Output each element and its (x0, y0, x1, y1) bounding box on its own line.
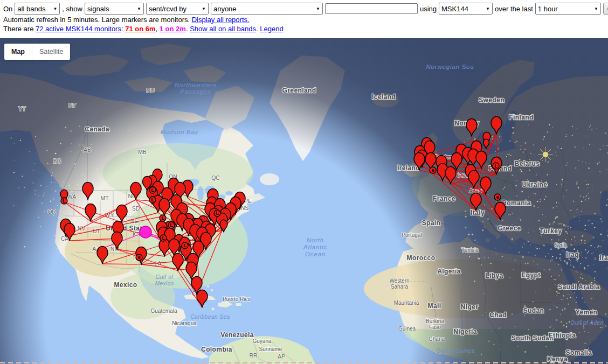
legend-link[interactable]: Legend (260, 25, 283, 33)
map-label: Sudan (523, 307, 544, 314)
magenta-monitor-marker[interactable] (140, 226, 151, 238)
map-label: Puerto Rico (223, 296, 251, 302)
letter-marker[interactable]: L (149, 187, 156, 193)
anyone-select[interactable]: anyone▼ (211, 3, 323, 15)
map-label: Romania (502, 199, 530, 207)
map-label: Ocean (305, 251, 326, 257)
letter-marker[interactable]: L (160, 235, 167, 241)
map-label: Norwegian Sea (426, 64, 474, 70)
mode-select[interactable]: MSK144▼ (439, 3, 493, 15)
svg-text:L: L (162, 235, 164, 241)
letter-marker[interactable]: L (182, 242, 188, 249)
map-label: Guatemala (151, 308, 177, 314)
map-label: Ireland (397, 164, 420, 172)
letter-marker[interactable]: e (136, 254, 142, 261)
display-all-reports-link[interactable]: Display all reports. (192, 16, 250, 24)
period-select[interactable]: 1 hour▼ (535, 3, 601, 15)
map-label: MB (138, 149, 147, 155)
map-canvas: CanadaUnited StatesMexicoGreenlandIcelan… (0, 38, 608, 364)
map-button[interactable]: Map (4, 44, 32, 60)
map-label: Chad (489, 311, 507, 319)
active-monitors-link[interactable]: 72 active MSK144 monitors (36, 25, 121, 33)
letter-marker[interactable]: L (168, 222, 175, 228)
map-label: Niger (461, 303, 479, 311)
sentrcvd-select[interactable]: sent/rcvd by▼ (146, 3, 209, 15)
map-label: Gulf of Guinea (436, 348, 474, 354)
svg-text:L: L (170, 222, 172, 228)
map-label: Ukraine (522, 181, 548, 188)
show-select[interactable]: signals▼ (85, 3, 144, 15)
overlast-label: over the last (495, 5, 533, 13)
svg-text:L: L (151, 197, 154, 202)
map-label: Caribbean Sea (190, 314, 230, 320)
map-label: Nicaragua (172, 320, 197, 326)
letter-marker[interactable]: L (160, 215, 166, 221)
map-label: NS (241, 205, 249, 211)
band-select[interactable]: all bands▼ (15, 3, 60, 15)
map-label: Sweden (479, 96, 505, 104)
map-label: Faso (429, 324, 441, 330)
map-label: Turkey (540, 227, 562, 235)
map-label: Passages (181, 88, 211, 95)
map-type-control: Map Satellite (4, 44, 70, 60)
letter-marker[interactable]: L (61, 198, 67, 204)
map-label: Northwestern (175, 82, 217, 88)
chevron-down-icon: ▼ (202, 6, 206, 11)
map-label: Venezuela (220, 331, 254, 339)
map-label: AB (84, 146, 91, 153)
map-label: OR (47, 208, 56, 215)
map-label: MT (100, 195, 109, 201)
letter-marker[interactable]: e (430, 167, 436, 173)
on-label: On (3, 5, 12, 13)
chevron-down-icon: ▼ (486, 6, 490, 11)
svg-text:L: L (151, 187, 154, 193)
monitors-6m-link[interactable]: 71 on 6m (125, 25, 155, 33)
map-label: BC (53, 158, 61, 164)
monitors-row: There are 72 active MSK144 monitors: 71 … (3, 25, 284, 33)
there-are-text: There are (3, 25, 36, 33)
map-label: South Sudan (512, 334, 554, 342)
map-label: NT (68, 102, 77, 109)
letter-marker[interactable]: L (149, 197, 156, 203)
map-label: Guyana (252, 338, 271, 344)
map-label: Guinea (398, 326, 416, 332)
special-markers (140, 226, 151, 238)
world-map[interactable]: CanadaUnited StatesMexicoGreenlandIcelan… (0, 38, 608, 364)
map-label: Western (389, 278, 409, 284)
svg-text:L: L (63, 198, 65, 204)
map-label: SD (132, 205, 140, 212)
using-label: using (420, 5, 437, 13)
map-label: Spain (422, 219, 441, 227)
satellite-button[interactable]: Satellite (32, 44, 70, 60)
go-button[interactable]: Go! (603, 3, 608, 15)
map-label: Ghana (429, 336, 445, 342)
monitors-2m-link[interactable]: 1 on 2m (160, 25, 186, 33)
map-label: Colombia (201, 346, 232, 353)
map-label: Mexico (114, 281, 137, 289)
show-all-bands-link[interactable]: Show all on all bands (190, 25, 256, 33)
map-label: North (307, 237, 324, 243)
map-label: Atlantic (303, 244, 327, 250)
map-label: Gulf of Aden (570, 320, 603, 326)
svg-text:e: e (138, 255, 141, 260)
map-label: Greenland (282, 87, 316, 94)
map-label: Algeria (437, 268, 460, 275)
svg-text:e: e (432, 167, 434, 173)
letter-marker[interactable]: L (493, 163, 499, 169)
letter-marker[interactable]: e (494, 194, 501, 200)
callsign-input[interactable] (325, 3, 418, 14)
map-label: France (433, 195, 455, 202)
map-label: Morocco (407, 254, 436, 262)
map-label: Saudi Arabia (558, 283, 600, 291)
chevron-down-icon: ▼ (594, 6, 598, 11)
map-label: Iran (599, 254, 608, 262)
map-label: Mexico (155, 281, 174, 286)
map-label: Greece (498, 225, 521, 232)
map-label: QC (211, 174, 220, 181)
map-label: Iceland (372, 93, 396, 101)
map-label: Tunisia (461, 247, 479, 253)
map-label: Finland (509, 114, 533, 121)
map-label: Nigeria (453, 328, 476, 335)
letter-marker[interactable]: L (214, 210, 220, 216)
query-row: On all bands▼ , show signals▼ sent/rcvd … (3, 3, 608, 15)
